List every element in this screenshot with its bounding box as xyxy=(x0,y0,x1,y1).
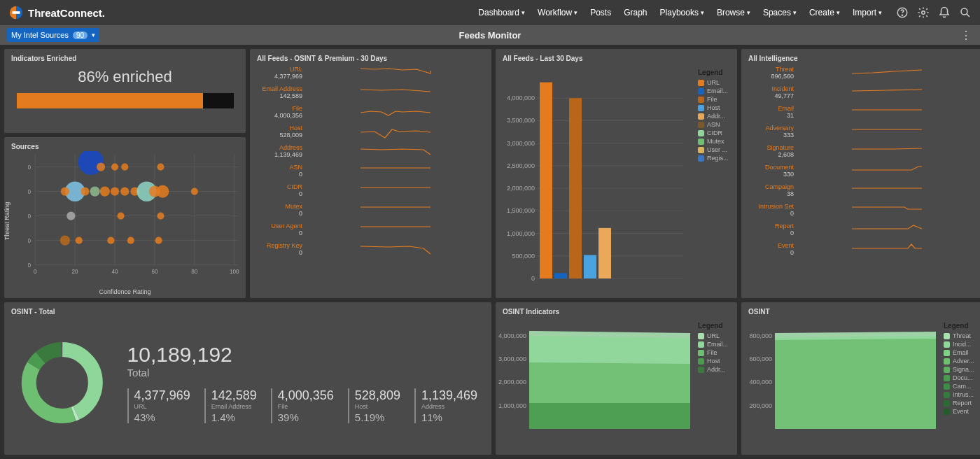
y-tick: 2,500,000 xyxy=(501,162,535,169)
spark-label: Host528,009 xyxy=(257,125,302,139)
spark-row: Event0 xyxy=(748,243,976,257)
osint-indicators-area-chart xyxy=(529,320,690,436)
nav-workflow[interactable]: Workflow▾ xyxy=(538,8,578,17)
spark-row: Report0 xyxy=(748,223,976,237)
legend-item: Report xyxy=(944,400,979,407)
legend-item: Cam... xyxy=(944,383,979,390)
legend-item: Email xyxy=(944,349,979,356)
help-icon[interactable] xyxy=(896,6,909,19)
chevron-down-icon: ▾ xyxy=(878,9,882,16)
gear-icon[interactable] xyxy=(917,6,930,19)
svg-text:0: 0 xyxy=(34,269,37,275)
intel-sources-pill[interactable]: My Intel Sources 90 ▾ xyxy=(7,28,99,42)
legend: Legend URLEmail...FileHostAddr... xyxy=(698,322,733,374)
spark-label: Incident49,777 xyxy=(748,86,794,100)
chevron-down-icon: ▾ xyxy=(836,9,840,16)
svg-rect-0 xyxy=(13,11,20,14)
nav-create[interactable]: Create▾ xyxy=(809,8,840,17)
spark-label: Mutex0 xyxy=(257,204,302,218)
legend-item: Incid... xyxy=(944,341,979,348)
more-icon[interactable]: ⋮ xyxy=(960,29,972,42)
y-tick: 2,000,000 xyxy=(497,379,526,386)
donut-stat: 142,589Email Address1.4% xyxy=(204,388,257,423)
spark-line xyxy=(798,145,976,159)
svg-point-42 xyxy=(156,185,169,197)
legend-item: URL xyxy=(698,79,733,86)
svg-point-43 xyxy=(191,188,198,195)
spark-row: ASN0 xyxy=(257,164,484,178)
nav-spaces[interactable]: Spaces▾ xyxy=(763,8,797,17)
spark-row: Campaign38 xyxy=(748,184,976,198)
spark-line xyxy=(798,204,976,218)
spark-label: File4,000,356 xyxy=(257,106,302,120)
svg-point-32 xyxy=(157,164,164,171)
all-feeds-bar-chart xyxy=(536,69,683,285)
card-osint: OSINT 200,000400,000600,000800,000 Legen… xyxy=(741,302,980,455)
legend-item: Addr... xyxy=(698,113,733,120)
nav-graph[interactable]: Graph xyxy=(624,8,647,17)
y-tick: 1,500,000 xyxy=(501,207,535,214)
nav-playbooks[interactable]: Playbooks▾ xyxy=(660,8,704,17)
legend-item: Intrus... xyxy=(944,391,979,398)
spark-row: Document330 xyxy=(748,164,976,178)
logo-icon xyxy=(8,5,24,20)
card-title: All Intelligence xyxy=(748,55,976,62)
spark-line xyxy=(307,125,484,139)
y-tick: 500,000 xyxy=(501,253,535,260)
y-tick: 200,000 xyxy=(743,402,772,409)
pill-label: My Intel Sources xyxy=(11,31,69,39)
page-title: Feeds Monitor xyxy=(459,30,522,41)
spark-line xyxy=(798,164,976,178)
svg-rect-62 xyxy=(554,273,567,278)
card-osint-indicators: OSINT Indicators 1,000,0002,000,0003,000… xyxy=(496,302,737,455)
card-sources: Sources 0204060801000.01.02.03.04.0 Conf… xyxy=(4,137,246,298)
donut-stat: 4,000,356File39% xyxy=(271,388,334,423)
nav-import[interactable]: Import▾ xyxy=(853,8,882,17)
card-all-feeds-sparklines: All Feeds - OSINT & Premium - 30 Days UR… xyxy=(250,49,491,298)
svg-text:2.0: 2.0 xyxy=(28,213,31,220)
spark-line xyxy=(798,66,976,80)
legend-item: Signa... xyxy=(944,366,979,373)
card-all-intelligence: All Intelligence Threat896,560Incident49… xyxy=(741,49,980,298)
legend-item: File xyxy=(698,349,733,356)
chevron-down-icon: ▾ xyxy=(522,9,525,16)
card-title: All Feeds - Last 30 Days xyxy=(503,55,730,62)
svg-point-49 xyxy=(107,237,114,244)
spark-label: Campaign38 xyxy=(748,184,794,198)
legend: Legend URLEmail...FileHostAddr...ASNCIDR… xyxy=(698,69,733,163)
search-icon[interactable] xyxy=(959,6,972,19)
spark-line xyxy=(307,204,484,218)
chevron-down-icon: ▾ xyxy=(701,9,704,16)
svg-point-46 xyxy=(157,213,164,220)
nav-dashboard[interactable]: Dashboard▾ xyxy=(478,8,525,17)
x-axis-label: Confidence Rating xyxy=(99,288,150,295)
chevron-down-icon: ▾ xyxy=(747,9,750,16)
sub-bar: My Intel Sources 90 ▾ Feeds Monitor ⋮ xyxy=(0,25,980,45)
svg-point-50 xyxy=(127,237,134,244)
svg-point-48 xyxy=(76,237,83,244)
brand-text: ThreatConnect. xyxy=(28,7,105,19)
legend-item: Addr... xyxy=(698,366,733,373)
legend-item: File xyxy=(698,96,733,103)
spark-label: Intrusion Set0 xyxy=(748,204,794,218)
card-title: OSINT Indicators xyxy=(503,308,730,316)
svg-text:40: 40 xyxy=(111,269,118,275)
nav-posts[interactable]: Posts xyxy=(590,8,611,17)
spark-row: URL4,377,969 xyxy=(257,66,484,80)
svg-point-4 xyxy=(961,8,967,15)
svg-point-35 xyxy=(90,186,99,196)
spark-line xyxy=(798,106,976,120)
spark-label: URL4,377,969 xyxy=(257,66,302,80)
osint-total-value: 10,189,192 xyxy=(127,343,477,367)
legend-item: Email... xyxy=(698,87,733,94)
spark-line xyxy=(798,125,976,139)
spark-row: Signature2,608 xyxy=(748,145,976,159)
svg-text:4.0: 4.0 xyxy=(28,164,31,171)
osint-area-chart xyxy=(775,320,936,436)
svg-rect-64 xyxy=(584,255,596,278)
bell-icon[interactable] xyxy=(938,6,951,19)
spark-row: Incident49,777 xyxy=(748,86,976,100)
nav-browse[interactable]: Browse▾ xyxy=(717,8,750,17)
sources-scatter-chart: 0204060801000.01.02.03.04.0 xyxy=(28,151,241,276)
svg-point-38 xyxy=(120,188,129,196)
